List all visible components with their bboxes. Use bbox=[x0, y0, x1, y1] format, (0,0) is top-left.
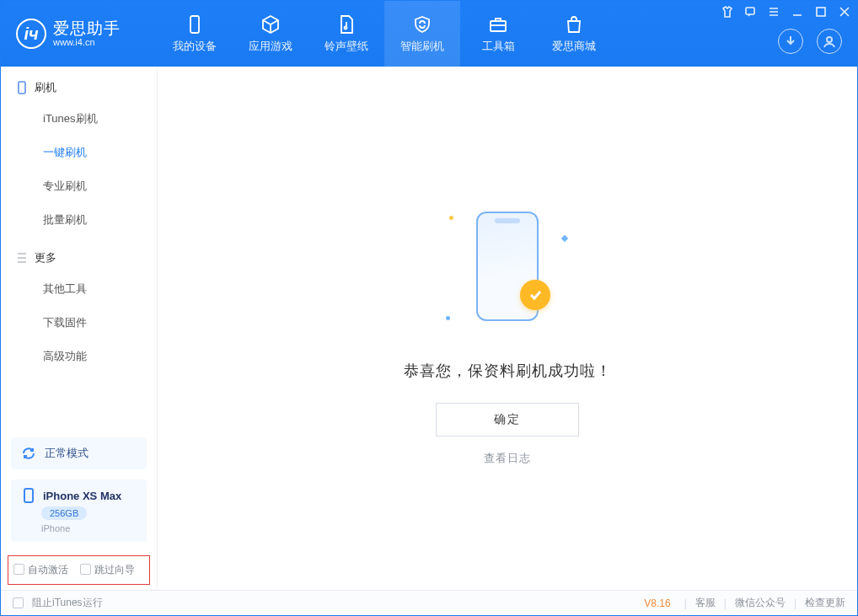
logo: iч 爱思助手 www.i4.cn bbox=[1, 1, 157, 67]
user-icon bbox=[823, 35, 836, 48]
device-icon bbox=[185, 14, 205, 35]
sidebar-more-list: 其他工具 下载固件 高级功能 bbox=[1, 272, 157, 373]
checkbox-icon[interactable] bbox=[80, 564, 91, 575]
feedback-icon[interactable] bbox=[743, 4, 758, 22]
svg-point-1 bbox=[345, 26, 347, 29]
svg-rect-7 bbox=[24, 489, 33, 502]
nav-label: 工具箱 bbox=[482, 40, 515, 54]
sidebar-flash-list: iTunes刷机 一键刷机 专业刷机 批量刷机 bbox=[1, 102, 157, 237]
nav-label: 应用游戏 bbox=[249, 40, 292, 54]
link-update[interactable]: 检查更新 bbox=[805, 596, 845, 610]
spark-icon bbox=[446, 316, 450, 320]
separator: | bbox=[794, 597, 796, 609]
success-illustration bbox=[444, 190, 571, 342]
checkbox-icon[interactable] bbox=[13, 597, 24, 608]
link-wechat[interactable]: 微信公众号 bbox=[735, 596, 786, 610]
sidebar-item-other-tools[interactable]: 其他工具 bbox=[1, 272, 157, 306]
menu-icon[interactable] bbox=[766, 4, 781, 22]
option-label: 跳过向导 bbox=[94, 564, 135, 576]
sidebar-item-download-firmware[interactable]: 下载固件 bbox=[1, 306, 157, 340]
main-content: 恭喜您，保资料刷机成功啦！ 确定 查看日志 bbox=[158, 67, 857, 590]
maximize-button[interactable] bbox=[813, 4, 829, 22]
refresh-icon bbox=[21, 446, 36, 461]
nav-my-device[interactable]: 我的设备 bbox=[157, 1, 233, 67]
cube-icon bbox=[260, 14, 281, 35]
phone-icon bbox=[16, 81, 28, 94]
music-file-icon bbox=[336, 14, 357, 35]
device-capacity: 256GB bbox=[41, 506, 87, 520]
app-name: 爱思助手 bbox=[53, 20, 121, 38]
top-nav: 我的设备 应用游戏 铃声壁纸 智能刷机 工具箱 爱思商城 bbox=[157, 1, 778, 67]
version-label: V8.16 bbox=[644, 597, 670, 609]
app-body: 刷机 iTunes刷机 一键刷机 专业刷机 批量刷机 更多 其他工具 下载固件 … bbox=[1, 67, 857, 590]
separator: | bbox=[724, 597, 727, 609]
sidebar-section-more: 更多 bbox=[1, 237, 157, 272]
statusbar-left: 阻止iTunes运行 bbox=[13, 596, 103, 610]
list-icon bbox=[16, 251, 28, 265]
view-log-link[interactable]: 查看日志 bbox=[484, 452, 531, 466]
status-bar: 阻止iTunes运行 V8.16 | 客服 | 微信公众号 | 检查更新 bbox=[1, 590, 857, 615]
section-title: 更多 bbox=[35, 250, 56, 265]
separator: | bbox=[684, 597, 687, 609]
nav-toolbox[interactable]: 工具箱 bbox=[460, 1, 536, 67]
sidebar-item-pro-flash[interactable]: 专业刷机 bbox=[1, 169, 157, 203]
phone-icon bbox=[21, 488, 36, 503]
sidebar-spacer bbox=[1, 373, 157, 432]
checkbox-icon[interactable] bbox=[13, 564, 24, 575]
download-icon bbox=[784, 35, 797, 48]
sidebar-item-oneclick-flash[interactable]: 一键刷机 bbox=[1, 136, 157, 169]
bottom-options-highlight: 自动激活 跳过向导 bbox=[8, 555, 150, 585]
option-label: 自动激活 bbox=[28, 564, 68, 576]
shirt-icon[interactable] bbox=[719, 4, 734, 22]
auto-activate-option[interactable]: 自动激活 bbox=[13, 563, 68, 577]
spark-icon bbox=[449, 216, 453, 220]
nav-label: 铃声壁纸 bbox=[324, 40, 368, 54]
refresh-shield-icon bbox=[412, 14, 432, 35]
check-badge-icon bbox=[520, 280, 550, 310]
close-button[interactable] bbox=[837, 4, 852, 22]
nav-flash[interactable]: 智能刷机 bbox=[384, 1, 460, 67]
device-row: iPhone XS Max bbox=[21, 488, 121, 503]
nav-label: 爱思商城 bbox=[552, 40, 596, 54]
mode-card[interactable]: 正常模式 bbox=[11, 437, 147, 469]
sidebar-item-advanced[interactable]: 高级功能 bbox=[1, 340, 157, 373]
ok-button[interactable]: 确定 bbox=[436, 403, 579, 437]
sidebar: 刷机 iTunes刷机 一键刷机 专业刷机 批量刷机 更多 其他工具 下载固件 … bbox=[1, 67, 158, 590]
device-name: iPhone XS Max bbox=[43, 490, 121, 502]
statusbar-right: V8.16 | 客服 | 微信公众号 | 检查更新 bbox=[644, 596, 845, 610]
app-header: iч 爱思助手 www.i4.cn 我的设备 应用游戏 铃声壁纸 智能刷机 工具… bbox=[1, 1, 857, 67]
sidebar-item-batch-flash[interactable]: 批量刷机 bbox=[1, 203, 157, 237]
link-support[interactable]: 客服 bbox=[695, 596, 716, 610]
bag-icon bbox=[564, 14, 584, 35]
logo-text: 爱思助手 www.i4.cn bbox=[53, 20, 121, 48]
device-type: iPhone bbox=[41, 523, 70, 533]
nav-shop[interactable]: 爱思商城 bbox=[536, 1, 612, 67]
minimize-button[interactable] bbox=[790, 4, 805, 22]
success-message: 恭喜您，保资料刷机成功啦！ bbox=[404, 361, 612, 381]
skip-guide-option[interactable]: 跳过向导 bbox=[80, 563, 135, 577]
svg-rect-5 bbox=[817, 8, 825, 16]
window-controls bbox=[719, 4, 852, 22]
logo-icon: iч bbox=[16, 19, 46, 49]
device-card[interactable]: iPhone XS Max 256GB iPhone bbox=[11, 479, 147, 542]
section-title: 刷机 bbox=[35, 80, 56, 95]
block-itunes-option[interactable]: 阻止iTunes运行 bbox=[32, 596, 103, 610]
nav-label: 我的设备 bbox=[173, 40, 217, 54]
spark-icon bbox=[561, 235, 568, 242]
svg-rect-2 bbox=[491, 21, 506, 31]
app-url: www.i4.cn bbox=[53, 37, 121, 47]
svg-rect-0 bbox=[190, 16, 199, 33]
account-button[interactable] bbox=[817, 29, 842, 54]
download-button[interactable] bbox=[778, 29, 803, 54]
sidebar-section-flash: 刷机 bbox=[1, 67, 157, 102]
mode-label: 正常模式 bbox=[45, 446, 88, 461]
sidebar-item-itunes-flash[interactable]: iTunes刷机 bbox=[1, 102, 157, 136]
svg-point-3 bbox=[827, 37, 832, 42]
briefcase-icon bbox=[488, 14, 508, 35]
nav-apps[interactable]: 应用游戏 bbox=[233, 1, 308, 67]
nav-label: 智能刷机 bbox=[400, 40, 444, 54]
nav-ringtone[interactable]: 铃声壁纸 bbox=[308, 1, 384, 67]
svg-rect-4 bbox=[746, 8, 754, 14]
svg-rect-6 bbox=[19, 82, 25, 94]
